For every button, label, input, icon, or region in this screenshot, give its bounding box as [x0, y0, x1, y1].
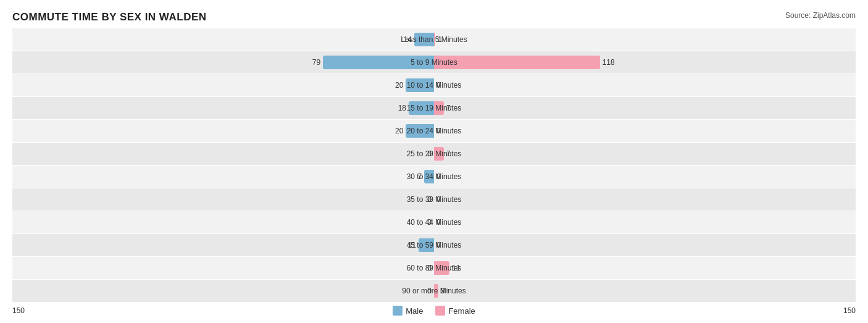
female-value: 0 [434, 81, 441, 90]
female-side: 11 [434, 257, 856, 279]
female-side: 7 [434, 97, 856, 119]
male-value: 20 [395, 81, 406, 90]
source-text: Source: ZipAtlas.com [785, 11, 856, 20]
male-value: 0 [427, 287, 434, 295]
male-bar [409, 101, 434, 115]
male-side: 0 [12, 280, 434, 302]
female-label: Female [448, 306, 475, 316]
male-bar [419, 238, 434, 252]
left-axis-label: 150 [12, 306, 25, 315]
female-value: 0 [434, 241, 441, 250]
female-side: 0 [434, 120, 856, 142]
male-value: 0 [427, 264, 434, 272]
female-side: 0 [434, 166, 856, 188]
male-value: 14 [404, 35, 414, 44]
bar-row: 0 40 to 44 Minutes 0 [12, 211, 856, 233]
female-side: 1 [434, 28, 856, 51]
legend: Male Female [393, 306, 475, 316]
female-value: 1 [435, 35, 442, 44]
bar-row: 20 10 to 14 Minutes 0 [12, 74, 856, 96]
male-side: 11 [12, 234, 434, 256]
male-value: 11 [408, 241, 419, 250]
bar-row: 7 30 to 34 Minutes 0 [12, 166, 856, 188]
female-side: 118 [434, 51, 856, 73]
male-label: Male [406, 306, 423, 316]
male-value: 0 [427, 195, 434, 204]
male-bar [406, 124, 434, 138]
female-side: 7 [434, 143, 856, 165]
female-value: 11 [449, 264, 460, 272]
male-side: 0 [12, 188, 434, 211]
female-value: 0 [434, 127, 441, 135]
male-value: 0 [427, 218, 434, 227]
female-value: 7 [444, 104, 451, 112]
female-value: 0 [434, 218, 441, 227]
chart-container: COMMUTE TIME BY SEX IN WALDEN Source: Zi… [0, 0, 868, 323]
bar-row: 20 20 to 24 Minutes 0 [12, 120, 856, 142]
male-side: 14 [12, 28, 434, 51]
female-color-box [435, 306, 445, 316]
male-bar [414, 33, 434, 46]
male-side: 7 [12, 166, 434, 188]
female-side: 0 [434, 211, 856, 233]
bar-row: 11 45 to 59 Minutes 0 [12, 234, 856, 256]
chart-title: COMMUTE TIME BY SEX IN WALDEN [12, 11, 856, 23]
male-value: 20 [395, 127, 406, 135]
female-value: 118 [600, 58, 615, 67]
male-side: 0 [12, 257, 434, 279]
female-bar [434, 56, 600, 69]
right-axis-label: 150 [843, 306, 856, 315]
bar-row: 0 90 or more Minutes 3 [12, 280, 856, 302]
bar-row: 18 15 to 19 Minutes 7 [12, 97, 856, 119]
female-side: 0 [434, 74, 856, 96]
male-side: 18 [12, 97, 434, 119]
legend-female: Female [435, 306, 475, 316]
female-bar [434, 101, 444, 115]
male-side: 20 [12, 120, 434, 142]
male-side: 79 [12, 51, 434, 73]
male-side: 0 [12, 211, 434, 233]
female-bar [434, 261, 449, 275]
bottom-labels: 150 Male Female 150 [12, 306, 856, 316]
bar-row: 0 25 to 29 Minutes 7 [12, 143, 856, 165]
male-color-box [393, 306, 403, 316]
female-value: 0 [434, 172, 441, 181]
male-side: 20 [12, 74, 434, 96]
female-value: 0 [434, 195, 441, 204]
female-side: 3 [434, 280, 856, 302]
male-value: 79 [312, 58, 323, 67]
male-bar [406, 78, 434, 92]
bar-row: 0 60 to 89 Minutes 11 [12, 257, 856, 279]
female-value: 7 [444, 149, 451, 158]
bar-row: 79 5 to 9 Minutes 118 [12, 51, 856, 73]
female-side: 0 [434, 188, 856, 211]
legend-male: Male [393, 306, 423, 316]
bar-row: 0 35 to 39 Minutes 0 [12, 188, 856, 211]
female-bar [434, 147, 444, 161]
male-bar [323, 56, 434, 69]
female-bar [434, 284, 438, 298]
male-value: 18 [398, 104, 409, 112]
male-side: 0 [12, 143, 434, 165]
male-value: 7 [417, 172, 424, 181]
male-value: 0 [427, 149, 434, 158]
male-bar [424, 170, 434, 183]
female-value: 3 [438, 287, 445, 295]
rows-wrapper: 14 Less than 5 Minutes 1 79 5 to 9 Minut… [12, 28, 856, 302]
female-side: 0 [434, 234, 856, 256]
bar-row: 14 Less than 5 Minutes 1 [12, 28, 856, 51]
